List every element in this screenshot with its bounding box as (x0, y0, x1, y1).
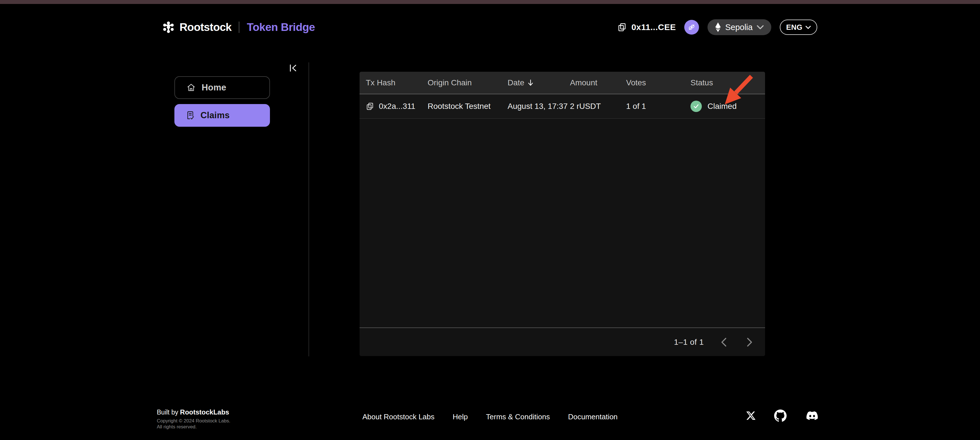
next-page-button[interactable] (743, 336, 756, 348)
table-empty-area (360, 119, 765, 327)
copy-tx-hash-icon[interactable] (366, 102, 374, 111)
claims-table: Tx Hash Origin Chain Date Amount Votes S… (360, 72, 765, 356)
status-claimed-badge (690, 101, 702, 112)
discord-icon[interactable] (805, 410, 819, 421)
tx-hash-cell: 0x2a...311 (360, 102, 428, 111)
origin-chain-cell: Rootstock Testnet (428, 102, 508, 111)
previous-page-button[interactable] (718, 336, 730, 348)
product-name: Token Bridge (247, 21, 315, 33)
broken-link-icon (687, 23, 696, 32)
column-label: Date (508, 78, 524, 87)
sidebar-item-label: Home (202, 83, 226, 93)
sidebar-item-claims[interactable]: Claims (174, 104, 270, 127)
footer-link-about[interactable]: About Rootstock Labs (363, 413, 434, 421)
footer-link-documentation[interactable]: Documentation (568, 413, 617, 421)
github-icon[interactable] (774, 409, 787, 422)
ethereum-icon (715, 22, 721, 32)
collapse-sidebar-icon (289, 64, 298, 72)
chevron-down-icon (805, 25, 811, 29)
column-label: Origin Chain (428, 78, 472, 87)
brand-separator (239, 22, 239, 33)
footer-social (746, 408, 819, 423)
column-header-origin-chain[interactable]: Origin Chain (428, 78, 508, 87)
amount-value: 2 rUSDT (570, 102, 601, 111)
sort-descending-icon (528, 79, 533, 86)
date-value: August 13, 17:37 (508, 102, 568, 111)
footer-link-terms[interactable]: Terms & Conditions (486, 413, 550, 421)
column-header-date[interactable]: Date (508, 78, 570, 87)
column-label: Status (690, 78, 713, 87)
table-pagination: 1–1 of 1 (360, 327, 765, 356)
collapse-sidebar-button[interactable] (288, 62, 299, 74)
column-label: Amount (570, 78, 597, 87)
rootstock-logo-icon (162, 21, 175, 34)
tx-hash-value: 0x2a...311 (379, 102, 415, 111)
date-cell: August 13, 17:37 (508, 102, 570, 111)
column-header-status[interactable]: Status (690, 78, 765, 87)
footer-link-help[interactable]: Help (453, 413, 468, 421)
status-value: Claimed (708, 102, 737, 111)
wallet-address-chip[interactable]: 0x11...CEE (617, 22, 676, 32)
wallet-address: 0x11...CEE (632, 22, 676, 32)
footer-links: About Rootstock Labs Help Terms & Condit… (0, 413, 980, 421)
sidebar-item-label: Claims (200, 110, 230, 121)
status-cell: Claimed (690, 101, 765, 112)
chevron-down-icon (757, 25, 764, 30)
claims-icon (186, 111, 195, 120)
copyright-line2: All rights reserved. (157, 424, 230, 430)
amount-cell: 2 rUSDT (570, 102, 626, 111)
column-header-amount[interactable]: Amount (570, 78, 626, 87)
disconnect-wallet-button[interactable] (684, 20, 699, 35)
language-selector[interactable]: ENG (780, 19, 817, 35)
network-selector[interactable]: Sepolia (708, 19, 771, 35)
origin-chain-value: Rootstock Testnet (428, 102, 490, 111)
column-header-tx-hash[interactable]: Tx Hash (360, 78, 428, 87)
x-twitter-icon[interactable] (746, 410, 756, 421)
votes-value: 1 of 1 (626, 102, 646, 111)
column-label: Votes (626, 78, 646, 87)
column-label: Tx Hash (366, 78, 395, 87)
table-header-row: Tx Hash Origin Chain Date Amount Votes S… (360, 72, 765, 94)
network-label: Sepolia (725, 23, 752, 32)
sidebar-item-home[interactable]: Home (174, 76, 270, 99)
copy-address-icon[interactable] (617, 22, 627, 32)
table-row[interactable]: 0x2a...311 Rootstock Testnet August 13, … (360, 94, 765, 119)
brand-name: Rootstock (180, 21, 231, 33)
header-actions: 0x11...CEE Sepolia (617, 19, 817, 35)
app-header: Rootstock Token Bridge 0x11...CEE (162, 18, 817, 36)
home-icon (186, 83, 196, 92)
top-window-strip (0, 0, 980, 4)
pagination-range-label: 1–1 of 1 (674, 338, 704, 347)
column-header-votes[interactable]: Votes (626, 78, 690, 87)
language-label: ENG (786, 23, 802, 32)
sidebar-divider (309, 62, 309, 356)
brand-logo[interactable]: Rootstock Token Bridge (162, 21, 315, 34)
votes-cell: 1 of 1 (626, 102, 690, 111)
